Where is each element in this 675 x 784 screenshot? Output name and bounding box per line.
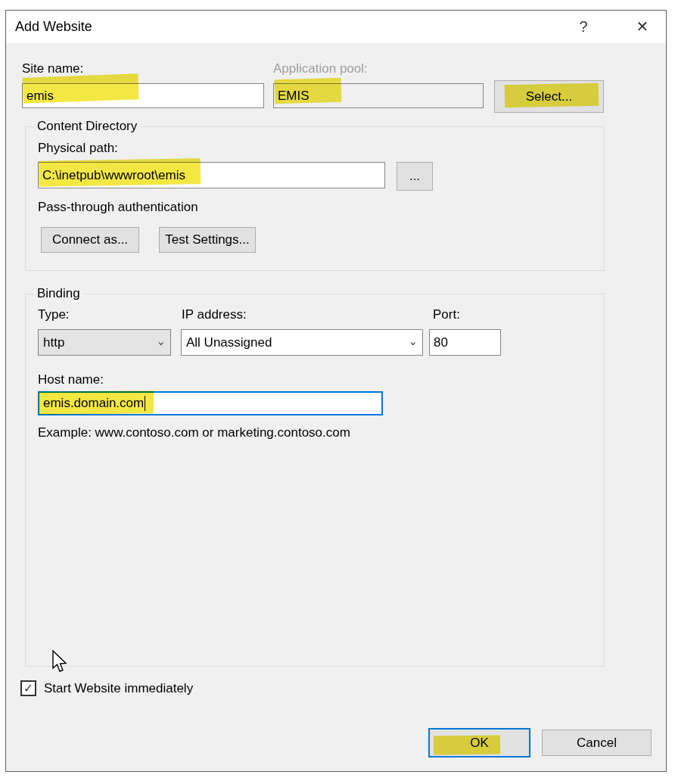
binding-type-label: Type: <box>38 307 70 322</box>
help-icon[interactable]: ? <box>571 11 596 43</box>
checkmark-icon: ✓ <box>23 683 33 695</box>
browse-button[interactable]: ... <box>397 162 433 191</box>
cancel-button[interactable]: Cancel <box>542 730 652 756</box>
cancel-button-label: Cancel <box>577 736 617 751</box>
content-directory-legend: Content Directory <box>33 119 141 134</box>
host-name-input[interactable]: emis.domain.com <box>38 391 383 415</box>
host-example-text: Example: www.contoso.com or marketing.co… <box>38 425 350 440</box>
application-pool-value: EMIS <box>278 89 310 104</box>
ok-button-label: OK <box>470 736 489 751</box>
content-directory-group: Content Directory Physical path: C:\inet… <box>25 126 605 271</box>
application-pool-input: EMIS <box>273 83 484 108</box>
port-input[interactable]: 80 <box>429 329 501 356</box>
site-name-value: emis <box>26 89 54 104</box>
chevron-down-icon: ⌄ <box>408 335 418 347</box>
titlebar: Add Website ? ✕ <box>6 11 666 43</box>
site-name-label: Site name: <box>22 61 83 76</box>
chevron-down-icon: ⌄ <box>156 335 166 347</box>
application-pool-label: Application pool: <box>273 61 368 76</box>
host-name-label: Host name: <box>38 372 104 387</box>
ip-address-value: All Unassigned <box>186 335 272 350</box>
site-name-input[interactable]: emis <box>22 83 264 108</box>
dialog-title: Add Website <box>15 11 92 43</box>
physical-path-input[interactable]: C:\inetpub\wwwroot\emis <box>38 162 385 188</box>
port-value: 80 <box>434 335 448 350</box>
physical-path-label: Physical path: <box>38 141 118 156</box>
host-name-value: emis.domain.com <box>43 396 144 411</box>
physical-path-value: C:\inetpub\wwwroot\emis <box>42 168 185 183</box>
ok-button[interactable]: OK <box>428 728 530 758</box>
select-button[interactable]: Select... <box>494 80 604 113</box>
test-settings-button-label: Test Settings... <box>165 232 250 247</box>
text-caret <box>145 396 145 411</box>
connect-as-button[interactable]: Connect as... <box>41 227 139 253</box>
close-icon[interactable]: ✕ <box>630 11 655 43</box>
start-website-label: Start Website immediately <box>44 681 193 696</box>
binding-type-value: http <box>43 335 64 350</box>
binding-type-select[interactable]: http ⌄ <box>38 329 171 356</box>
binding-group: Binding Type: IP address: Port: http ⌄ A… <box>25 294 605 667</box>
add-website-dialog: Add Website ? ✕ Site name: Application p… <box>5 10 667 772</box>
passthrough-auth-label: Pass-through authentication <box>38 200 198 215</box>
connect-as-button-label: Connect as... <box>52 232 128 247</box>
test-settings-button[interactable]: Test Settings... <box>159 227 256 253</box>
ip-address-label: IP address: <box>182 307 247 322</box>
browse-button-label: ... <box>409 169 420 184</box>
start-website-checkbox[interactable]: ✓ <box>20 680 36 696</box>
binding-legend: Binding <box>33 286 84 301</box>
ip-address-select[interactable]: All Unassigned ⌄ <box>181 329 423 356</box>
port-label: Port: <box>433 307 460 322</box>
select-button-label: Select... <box>526 89 572 104</box>
